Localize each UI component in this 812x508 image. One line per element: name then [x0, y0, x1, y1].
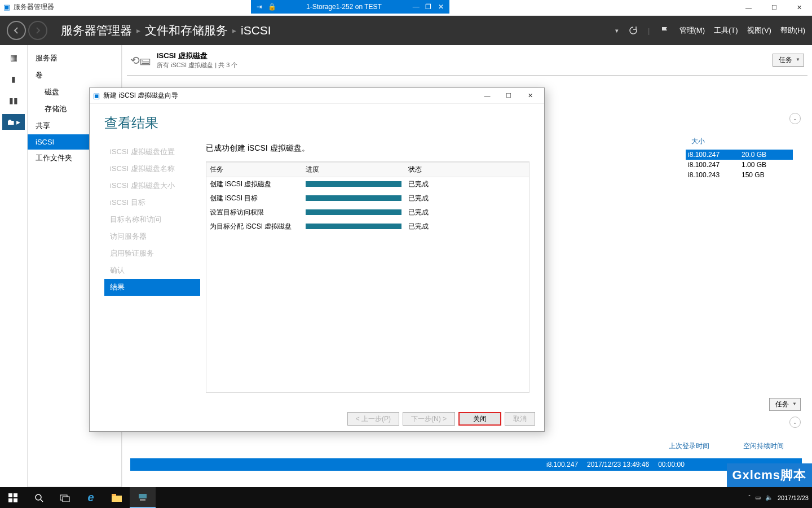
vm-pin-icon[interactable]: ⇥ — [253, 3, 266, 11]
breadcrumb: 服务器管理器 ▸ 文件和存储服务 ▸ iSCSI — [61, 23, 271, 38]
task-row: 创建 iSCSI 虚拟磁盘已完成 — [206, 177, 529, 192]
vm-maximize-button[interactable]: ❐ — [422, 3, 435, 11]
nav-forward-button[interactable] — [28, 21, 47, 40]
panel-subtitle: 所有 iSCSI 虚拟磁盘 | 共 3 个 — [157, 61, 237, 69]
start-button[interactable] — [0, 487, 26, 508]
breadcrumb-leaf[interactable]: iSCSI — [241, 24, 271, 37]
menu-help[interactable]: 帮助(H) — [780, 25, 805, 36]
nav-back-button[interactable] — [7, 21, 26, 40]
system-tray[interactable]: ˆ ▭ 🔈 2017/12/23 — [748, 487, 812, 508]
site-watermark: Gxlcms脚本 — [727, 463, 813, 487]
breadcrumb-mid[interactable]: 文件和存储服务 — [145, 23, 228, 38]
dashboard-icon[interactable]: ▦ — [2, 50, 25, 65]
next-button[interactable]: 下一步(N) > — [403, 412, 455, 426]
tasks-dropdown-lower[interactable]: 任务 — [769, 398, 801, 411]
table-row[interactable]: i8.100.2471.00 GB — [686, 160, 793, 170]
table-row[interactable]: i8.100.243150 GB — [686, 170, 793, 180]
wizard-step: iSCSI 目标 — [104, 194, 200, 211]
sm-mini-title: ▣ 服务器管理器 — [0, 0, 54, 14]
left-icon-strip: ▦ ▮ ▮▮ 🖿 ▸ — [0, 45, 27, 487]
wizard-title: 新建 iSCSI 虚拟磁盘向导 — [103, 91, 178, 100]
lower-row-time: 2017/12/23 13:49:46 — [587, 461, 649, 468]
task-row: 创建 iSCSI 目标已完成 — [206, 191, 529, 205]
tasks-dropdown[interactable]: 任务 — [773, 54, 804, 67]
svg-rect-2 — [8, 498, 12, 502]
panel-title: iSCSI 虚拟磁盘 — [157, 51, 208, 60]
wizard-step: 访问服务器 — [104, 228, 200, 245]
close-button[interactable]: 关闭 — [458, 412, 501, 426]
svg-rect-3 — [14, 498, 17, 502]
table-row[interactable]: i8.100.24720.0 GB — [686, 150, 793, 160]
host-minimize-button[interactable]: — — [736, 0, 761, 16]
collapse-toggle-lower[interactable]: ⌄ — [789, 417, 801, 428]
svg-point-4 — [36, 494, 41, 500]
explorer-icon[interactable] — [104, 487, 130, 508]
wizard-maximize-button[interactable]: ☐ — [498, 92, 519, 99]
col-task: 任务 — [206, 163, 302, 177]
tray-date[interactable]: 2017/12/23 — [778, 494, 809, 501]
host-maximize-button[interactable]: ☐ — [761, 0, 787, 16]
local-server-icon[interactable]: ▮ — [2, 71, 25, 87]
wizard-step: iSCSI 虚拟磁盘位置 — [104, 143, 200, 160]
menu-manage[interactable]: 管理(M) — [679, 25, 705, 36]
vm-connection-bar: ⇥ 🔒 1-Storage1-252 on TEST — ❐ ✕ — [251, 0, 449, 14]
nav-servers[interactable]: 服务器 — [28, 50, 121, 67]
svg-rect-7 — [63, 497, 69, 502]
wizard-heading: 查看结果 — [104, 114, 529, 132]
wizard-step: iSCSI 虚拟磁盘大小 — [104, 177, 200, 194]
progress-bar — [306, 195, 401, 201]
prev-button[interactable]: < 上一步(P) — [347, 412, 399, 426]
col-progress: 进度 — [302, 163, 405, 177]
refresh-icon[interactable] — [628, 25, 639, 36]
tray-volume-icon[interactable]: 🔈 — [765, 494, 773, 501]
server-manager-icon: ▣ — [3, 3, 10, 11]
menu-view[interactable]: 视图(V) — [747, 25, 771, 36]
search-icon[interactable] — [26, 487, 52, 508]
wizard-step: iSCSI 虚拟磁盘名称 — [104, 160, 200, 177]
flag-icon[interactable] — [659, 25, 670, 36]
collapse-toggle[interactable]: ⌄ — [789, 113, 801, 124]
iscsi-wizard-dialog: ▣ 新建 iSCSI 虚拟磁盘向导 — ☐ ✕ 查看结果 iSCSI 虚拟磁盘位… — [89, 87, 545, 432]
lower-row-ip: i8.100.247 — [546, 461, 578, 468]
host-close-button[interactable]: ✕ — [787, 0, 812, 16]
cancel-button[interactable]: 取消 — [505, 412, 535, 426]
taskview-icon[interactable] — [52, 487, 78, 508]
nav-volumes[interactable]: 卷 — [28, 67, 121, 84]
svg-rect-9 — [112, 494, 116, 496]
progress-bar — [306, 181, 401, 187]
tray-up-icon[interactable]: ˆ — [748, 494, 751, 501]
tray-network-icon[interactable]: ▭ — [755, 494, 761, 501]
svg-line-5 — [41, 500, 43, 502]
col-status: 状态 — [405, 163, 529, 177]
wizard-step: 确认 — [104, 262, 200, 279]
breadcrumb-root[interactable]: 服务器管理器 — [61, 23, 132, 38]
ie-icon[interactable]: e — [78, 487, 104, 508]
wizard-icon: ▣ — [93, 91, 100, 100]
vm-title: 1-Storage1-252 on TEST — [278, 3, 410, 11]
col-size[interactable]: 大小 — [686, 137, 793, 150]
wizard-minimize-button[interactable]: — — [476, 92, 498, 99]
server-manager-taskbar-icon[interactable] — [130, 487, 156, 508]
sm-header: 服务器管理器 ▸ 文件和存储服务 ▸ iSCSI ▾ | 管理(M) 工具(T)… — [0, 16, 812, 45]
chevron-right-icon: ▸ — [136, 26, 140, 35]
menu-tools[interactable]: 工具(T) — [714, 25, 738, 36]
sm-mini-title-text: 服务器管理器 — [14, 2, 54, 12]
all-servers-icon[interactable]: ▮▮ — [2, 93, 25, 108]
wizard-footer: < 上一步(P) 下一步(N) > 关闭 取消 — [90, 406, 544, 431]
wizard-step: 目标名称和访问 — [104, 211, 200, 228]
windows-taskbar: e ˆ ▭ 🔈 2017/12/23 — [0, 487, 812, 508]
svg-rect-8 — [112, 496, 122, 502]
lower-row-idle: 00:00:00 — [658, 461, 685, 468]
wizard-task-table: 任务 进度 状态 创建 iSCSI 虚拟磁盘已完成 创建 iSCSI 目标已完成… — [206, 162, 529, 234]
svg-rect-10 — [139, 494, 147, 498]
svg-rect-0 — [8, 493, 12, 497]
task-row: 设置目标访问权限已完成 — [206, 205, 529, 220]
dropdown-caret-icon[interactable]: ▾ — [615, 27, 619, 34]
wizard-close-button[interactable]: ✕ — [519, 92, 541, 99]
progress-bar — [306, 224, 401, 229]
vm-lock-icon[interactable]: 🔒 — [266, 3, 278, 11]
panel-icon: ⟲🖴 — [130, 54, 151, 67]
file-storage-icon[interactable]: 🖿 ▸ — [2, 114, 25, 130]
vm-minimize-button[interactable]: — — [410, 3, 422, 11]
vm-close-button[interactable]: ✕ — [435, 3, 447, 11]
